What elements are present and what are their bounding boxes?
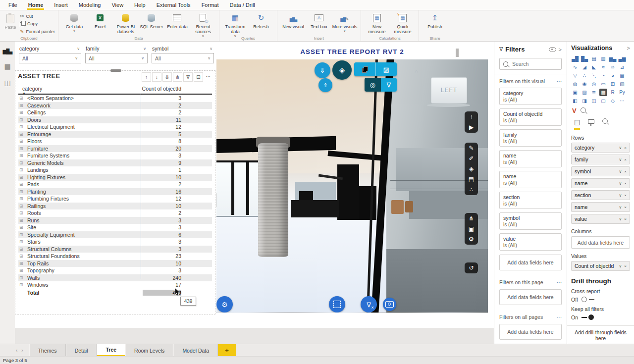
hatch-elements-button[interactable]: ▨ <box>376 62 397 76</box>
matrix-row[interactable]: ⊞ Doors 11 <box>18 116 212 124</box>
visual-type-icon[interactable]: ◣ <box>590 63 598 71</box>
matrix-row[interactable]: ⊞ Railings 10 <box>18 203 212 210</box>
expand-icon[interactable]: ⊞ <box>19 117 24 123</box>
expand-icon[interactable]: ⊞ <box>19 167 24 173</box>
matrix-row[interactable]: ⊞ Furniture 20 <box>18 145 212 153</box>
field-pill[interactable]: name ∨ × <box>571 202 630 212</box>
filter-card[interactable]: Count of objectId is (All) <box>499 108 562 126</box>
filter-card[interactable]: family is (All) <box>499 129 562 147</box>
expand-icon[interactable]: ⊞ <box>19 253 24 259</box>
add-data-fields-dropzone[interactable]: Add data fields here <box>499 255 562 270</box>
matrix-row[interactable]: ⊞ Windows 17 <box>18 281 212 289</box>
viewer-bottom-button[interactable] <box>216 296 233 312</box>
matrix-row[interactable]: ⊞ Stairs 3 <box>18 238 212 246</box>
visual-type-icon[interactable]: ∿ <box>571 63 579 71</box>
visual-type-icon[interactable]: ▽ <box>571 72 579 79</box>
visual-type-icon[interactable]: ⋱ <box>590 72 598 79</box>
expand-icon[interactable]: ⊞ <box>19 109 24 115</box>
visual-type-icon[interactable]: ◍ <box>571 80 579 88</box>
chevron-down-icon[interactable]: ∨ <box>619 193 622 198</box>
search-input[interactable] <box>511 60 558 67</box>
chevron-down-icon[interactable]: ∨ <box>619 181 622 186</box>
next-page-icon[interactable]: › <box>21 348 23 353</box>
more-options-icon[interactable]: ⋯ <box>557 314 562 320</box>
custom-visual-icon[interactable] <box>581 107 586 114</box>
remove-field-icon[interactable]: × <box>624 169 627 174</box>
isolate-up-button[interactable]: ⇑ <box>318 78 332 92</box>
remove-field-icon[interactable]: × <box>624 205 627 209</box>
visual-type-icon[interactable]: ▢ <box>599 97 607 104</box>
visual-type-icon[interactable]: Py <box>618 89 626 96</box>
ribbon-button[interactable]: Quick measure <box>390 12 416 38</box>
visual-type-icon[interactable]: ◫ <box>590 97 598 104</box>
expand-icon[interactable]: ⊞ <box>19 224 24 230</box>
columns-dropzone[interactable]: Add data fields here <box>571 236 630 249</box>
matrix-row[interactable]: ⊞ Structural Columns 3 <box>18 246 212 253</box>
filter-card[interactable]: name is (All) <box>499 150 562 167</box>
visual-type-icon[interactable]: R <box>609 89 617 96</box>
remove-field-icon[interactable]: × <box>624 157 627 162</box>
expand-icon[interactable]: ⊞ <box>19 239 24 245</box>
clipboard-button[interactable]: Cut <box>20 13 55 19</box>
add-data-fields-dropzone[interactable]: Add data fields here <box>499 289 562 305</box>
filter-card[interactable]: category is (All) <box>499 88 562 105</box>
column-header-count[interactable]: Count of objectId <box>119 86 212 92</box>
view-switcher-icon[interactable]: ▆█▄ <box>3 49 12 54</box>
field-pill[interactable]: family ∨ × <box>571 155 630 164</box>
viewer-tool-icon[interactable]: ✎ <box>469 145 474 151</box>
visual-type-icon[interactable]: ▨ <box>581 89 588 96</box>
expand-icon[interactable]: ⊞ <box>19 138 24 144</box>
ribbon-button[interactable]: Publish <box>422 12 448 33</box>
collapse-pane-icon[interactable]: > <box>627 45 630 51</box>
viewer-bottom-button[interactable] <box>383 298 396 311</box>
home-icon[interactable]: ⌂ <box>415 68 418 74</box>
slicer-dropdown[interactable]: All∨ <box>85 53 148 63</box>
visual-type-icon[interactable]: ▭ <box>599 80 607 88</box>
matrix-row[interactable]: ⊞ Floors 8 <box>18 138 212 145</box>
ribbon-tab[interactable]: Help <box>129 0 151 10</box>
field-pill[interactable]: Count of objectId ∨ × <box>571 261 630 271</box>
fit-view-button[interactable]: ◈ <box>332 60 352 80</box>
matrix-row[interactable]: ⊞ Furniture Systems 3 <box>18 152 212 159</box>
viewer-bottom-button[interactable] <box>329 296 345 312</box>
visual-type-icon[interactable]: ◧ <box>571 97 579 104</box>
visual-type-icon[interactable]: █▄ <box>581 55 588 62</box>
matrix-total-row[interactable]: Total 439 <box>18 289 212 297</box>
visual-type-icon[interactable]: ◉ <box>581 80 588 88</box>
viewer-tool-icon[interactable]: ▤ <box>469 176 474 182</box>
expand-icon[interactable]: ⊞ <box>19 181 24 187</box>
ribbon-button[interactable]: SQL Server <box>139 12 164 33</box>
matrix-row[interactable]: ⊞ Pads 2 <box>18 181 212 188</box>
viewer-tool-icon[interactable]: ◈ <box>469 166 474 172</box>
visual-type-icon[interactable]: ▣ <box>571 89 579 96</box>
chevron-down-icon[interactable]: ∨ <box>619 264 622 268</box>
chevron-down-icon[interactable]: ∨ <box>619 217 622 221</box>
chevron-down-icon[interactable]: ∨ <box>77 47 80 51</box>
ribbon-tab[interactable]: Format <box>196 0 224 10</box>
eye-icon[interactable] <box>549 47 556 52</box>
keep-filters-toggle[interactable] <box>581 314 595 320</box>
matrix-row[interactable]: ⊞ Roofs 2 <box>18 209 212 217</box>
visual-type-icon[interactable]: ▄▆ <box>618 55 626 62</box>
ribbon-button[interactable]: Excel <box>87 12 113 33</box>
custom-visual-icon[interactable]: V <box>572 107 577 114</box>
visual-type-icon[interactable]: ◕ <box>609 72 617 79</box>
remove-field-icon[interactable]: × <box>624 193 627 198</box>
ribbon-button[interactable]: More visuals <box>332 12 358 33</box>
matrix-row[interactable]: ⊞ Casework 2 <box>18 102 212 109</box>
ribbon-button[interactable]: New visual <box>280 12 306 33</box>
visual-type-icon[interactable]: ▥ <box>599 55 607 62</box>
visual-type-icon[interactable]: ≋ <box>609 63 617 71</box>
viewer-tool-icon[interactable]: ✐ <box>469 156 474 161</box>
drill-through-dropzone[interactable]: Add drill-through fields here <box>567 325 634 341</box>
viewer-scrollbar-thumb[interactable] <box>456 49 459 57</box>
ribbon-button[interactable]: Text box <box>306 12 332 33</box>
expand-icon[interactable]: ⊞ <box>19 217 24 223</box>
analytics-tab[interactable] <box>602 118 608 130</box>
chevron-down-icon[interactable]: ∨ <box>619 205 622 209</box>
expand-icon[interactable]: ⊞ <box>19 246 24 252</box>
visual-drag-handle[interactable] <box>110 69 121 72</box>
matrix-row[interactable]: ⊞ Site 3 <box>18 224 212 231</box>
expand-icon[interactable]: ⊞ <box>19 275 24 281</box>
matrix-header-icon[interactable]: ⋯ <box>204 72 212 81</box>
